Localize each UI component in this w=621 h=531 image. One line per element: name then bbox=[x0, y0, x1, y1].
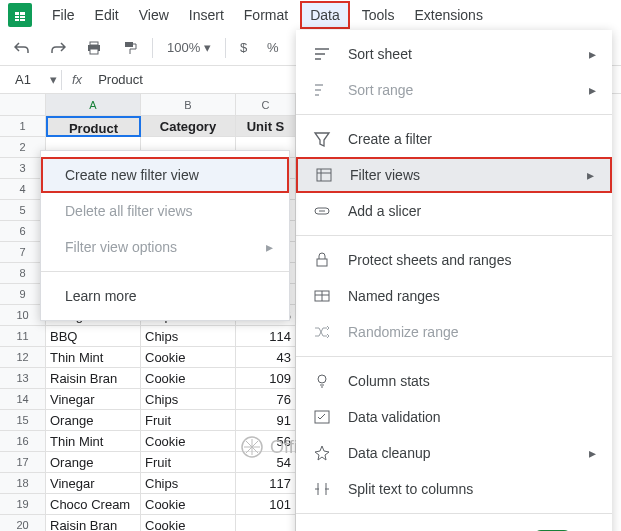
currency-button[interactable]: $ bbox=[234, 36, 253, 59]
menu-data-validation[interactable]: Data validation bbox=[296, 399, 612, 435]
cell[interactable]: Vinegar bbox=[46, 389, 141, 410]
name-box[interactable]: A1 bbox=[0, 72, 46, 87]
menu-data-connectors[interactable]: Data connectors New ▸ bbox=[296, 520, 612, 531]
cell[interactable]: Category bbox=[141, 116, 236, 137]
formula-bar[interactable]: Product bbox=[92, 72, 149, 87]
menu-view[interactable]: View bbox=[131, 3, 177, 27]
undo-icon[interactable] bbox=[8, 36, 36, 60]
label: Data validation bbox=[348, 409, 441, 425]
select-all-corner[interactable] bbox=[0, 94, 46, 116]
cell[interactable]: 109 bbox=[236, 368, 296, 389]
col-header-c[interactable]: C bbox=[236, 94, 296, 116]
menu-extensions[interactable]: Extensions bbox=[406, 3, 490, 27]
menu-filter-views[interactable]: Filter views ▸ bbox=[296, 157, 612, 193]
cell[interactable]: Chips bbox=[141, 326, 236, 347]
cell[interactable]: Orange bbox=[46, 452, 141, 473]
cell[interactable]: Cookie bbox=[141, 515, 236, 531]
menu-data[interactable]: Data bbox=[300, 1, 350, 29]
svg-rect-5 bbox=[90, 42, 98, 45]
cell[interactable]: Cookie bbox=[141, 431, 236, 452]
cell[interactable]: Cookie bbox=[141, 494, 236, 515]
row-header[interactable]: 11 bbox=[0, 326, 46, 347]
menu-format[interactable]: Format bbox=[236, 3, 296, 27]
row-header[interactable]: 14 bbox=[0, 389, 46, 410]
cell[interactable]: Raisin Bran bbox=[46, 515, 141, 531]
label: Add a slicer bbox=[348, 203, 421, 219]
col-header-b[interactable]: B bbox=[141, 94, 236, 116]
svg-point-13 bbox=[318, 375, 326, 383]
cell[interactable]: 54 bbox=[236, 452, 296, 473]
submenu-delete-all[interactable]: Delete all filter views bbox=[41, 193, 289, 229]
cell[interactable]: Raisin Bran bbox=[46, 368, 141, 389]
cell[interactable]: BBQ bbox=[46, 326, 141, 347]
split-icon bbox=[312, 479, 332, 499]
cell[interactable]: Cookie bbox=[141, 368, 236, 389]
label: Learn more bbox=[65, 288, 137, 304]
submenu-arrow-icon: ▸ bbox=[266, 239, 273, 255]
separator bbox=[296, 235, 612, 236]
menu-randomize-range[interactable]: Randomize range bbox=[296, 314, 612, 350]
submenu-arrow-icon: ▸ bbox=[589, 445, 596, 461]
cell[interactable]: Unit S bbox=[236, 116, 296, 137]
lightbulb-icon bbox=[312, 371, 332, 391]
menu-file[interactable]: File bbox=[44, 3, 83, 27]
row-header[interactable]: 12 bbox=[0, 347, 46, 368]
named-ranges-icon bbox=[312, 286, 332, 306]
cell[interactable]: 91 bbox=[236, 410, 296, 431]
cell[interactable]: Fruit bbox=[141, 452, 236, 473]
cell[interactable]: 43 bbox=[236, 347, 296, 368]
row-header[interactable]: 13 bbox=[0, 368, 46, 389]
cell[interactable]: Product bbox=[46, 116, 141, 137]
label: Column stats bbox=[348, 373, 430, 389]
label: Sort sheet bbox=[348, 46, 412, 62]
namebox-dropdown-icon[interactable]: ▾ bbox=[46, 72, 61, 87]
percent-button[interactable]: % bbox=[261, 36, 285, 59]
menu-tools[interactable]: Tools bbox=[354, 3, 403, 27]
row-header[interactable]: 16 bbox=[0, 431, 46, 452]
paint-format-icon[interactable] bbox=[116, 36, 144, 60]
row-header[interactable]: 19 bbox=[0, 494, 46, 515]
menu-named-ranges[interactable]: Named ranges bbox=[296, 278, 612, 314]
menu-add-slicer[interactable]: Add a slicer bbox=[296, 193, 612, 229]
menu-edit[interactable]: Edit bbox=[87, 3, 127, 27]
cell[interactable]: 101 bbox=[236, 494, 296, 515]
print-icon[interactable] bbox=[80, 36, 108, 60]
cell[interactable]: Chips bbox=[141, 389, 236, 410]
submenu-create-filter-view[interactable]: Create new filter view bbox=[41, 157, 289, 193]
svg-rect-4 bbox=[19, 12, 20, 21]
menu-insert[interactable]: Insert bbox=[181, 3, 232, 27]
submenu-options[interactable]: Filter view options ▸ bbox=[41, 229, 289, 265]
menu-data-cleanup[interactable]: Data cleanup ▸ bbox=[296, 435, 612, 471]
redo-icon[interactable] bbox=[44, 36, 72, 60]
row-header[interactable]: 18 bbox=[0, 473, 46, 494]
cell[interactable]: Cookie bbox=[141, 347, 236, 368]
cell[interactable]: Orange bbox=[46, 410, 141, 431]
menu-split-text[interactable]: Split text to columns bbox=[296, 471, 612, 507]
cell[interactable]: Thin Mint bbox=[46, 431, 141, 452]
row-header[interactable]: 15 bbox=[0, 410, 46, 431]
cell[interactable]: Chips bbox=[141, 473, 236, 494]
cell[interactable] bbox=[236, 515, 296, 531]
menu-protect-sheets[interactable]: Protect sheets and ranges bbox=[296, 242, 612, 278]
cell[interactable]: Fruit bbox=[141, 410, 236, 431]
cell[interactable]: 117 bbox=[236, 473, 296, 494]
menu-column-stats[interactable]: Column stats bbox=[296, 363, 612, 399]
cell[interactable]: 76 bbox=[236, 389, 296, 410]
zoom-select[interactable]: 100% ▾ bbox=[161, 36, 217, 59]
col-header-a[interactable]: A bbox=[46, 94, 141, 116]
svg-rect-8 bbox=[125, 42, 133, 47]
row-header[interactable]: 17 bbox=[0, 452, 46, 473]
cell[interactable]: Thin Mint bbox=[46, 347, 141, 368]
label: Split text to columns bbox=[348, 481, 473, 497]
row-header[interactable]: 1 bbox=[0, 116, 46, 137]
cell[interactable]: 114 bbox=[236, 326, 296, 347]
cell[interactable]: Vinegar bbox=[46, 473, 141, 494]
submenu-learn-more[interactable]: Learn more bbox=[41, 278, 289, 314]
menu-create-filter[interactable]: Create a filter bbox=[296, 121, 612, 157]
menu-sort-range[interactable]: Sort range ▸ bbox=[296, 72, 612, 108]
label: Named ranges bbox=[348, 288, 440, 304]
row-header[interactable]: 20 bbox=[0, 515, 46, 531]
cell[interactable]: 56 bbox=[236, 431, 296, 452]
cell[interactable]: Choco Cream bbox=[46, 494, 141, 515]
menu-sort-sheet[interactable]: Sort sheet ▸ bbox=[296, 36, 612, 72]
